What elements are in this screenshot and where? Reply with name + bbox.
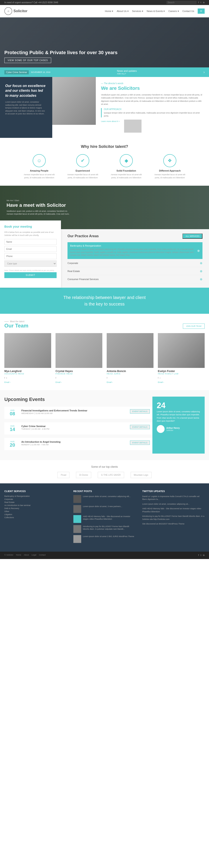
about-desc1: Vestibulum quam nisl, pretium a nibh sit…	[101, 93, 204, 106]
meet-title: Have a meet with Solicitor	[6, 203, 205, 208]
footer-post-img-4	[73, 525, 81, 533]
footer-post-3: AMD HEAD Memory fails - Site discovered …	[73, 515, 136, 523]
why-card-3: ◆ Solid Foundation Aenean imperdiet lacu…	[109, 154, 144, 179]
promo-author-name: Arthur Henry	[166, 427, 180, 429]
footer-bottom-about[interactable]: About	[24, 554, 29, 556]
footer-bottom-links: © Solicitor Home About Legal Contact	[4, 554, 46, 557]
why-title: Why hire Solicitor talent?	[4, 144, 205, 149]
crystal-email-link[interactable]: Email ›	[55, 381, 61, 383]
practice-item-4-label: Consumer Financial Services	[68, 278, 99, 280]
practice-item-2[interactable]: Corporate ⊕	[68, 259, 203, 267]
footer-link-1[interactable]: Bankruptcy & Reorganization	[4, 495, 67, 497]
mya-twitter-icon[interactable]: t	[6, 377, 7, 379]
promo-author-role: Solicitor	[166, 429, 180, 431]
footer-tweet-3: AMD HEAD Memory fails - Site discovered …	[142, 507, 205, 513]
event-info-2: Cyber Crime Seminar TUESDAY | 11:00 AM -…	[21, 425, 127, 431]
news-ticker-left: Cyber Crime Seminar NOVEMBER 16, 2016	[4, 70, 50, 74]
footer-post-text-5: Lorem ipsum dolor sit amet 2 BIG JURIS W…	[83, 535, 134, 543]
twitter-icon[interactable]: t	[201, 1, 201, 4]
footer-post-4: Introducing to pay for BILLIONS? Ferme N…	[73, 525, 136, 533]
mya-email-link[interactable]: Email ›	[4, 381, 10, 383]
events-section: Upcoming Events AUG 08 Financial Investi…	[0, 390, 209, 460]
about-left: Our focus on excellence and our clients …	[0, 77, 52, 138]
practice-item-4[interactable]: Consumer Financial Services ⊕	[68, 275, 203, 283]
director-label: — The director's words	[101, 82, 204, 85]
news-right-sub: ASK ALL?	[117, 73, 126, 75]
practice-item-3[interactable]: Real Estate ⊕	[68, 267, 203, 275]
crystal-facebook-icon[interactable]: f	[55, 377, 56, 379]
event-meta-2: TUESDAY | 11:00 AM - 4:30 PM	[21, 428, 127, 430]
footer-link-7[interactable]: Litigation	[4, 514, 67, 516]
event-details-button-1[interactable]: EVENT DETAILS	[130, 409, 150, 413]
footer-tweet-2: Lorem ipsum dolor sit amet, consetetur a…	[142, 503, 205, 506]
mya-facebook-icon[interactable]: f	[4, 377, 5, 379]
booking-case-type-select[interactable]: Case type	[4, 260, 57, 267]
facebook-icon[interactable]: f	[198, 1, 199, 4]
footer-bottom-contact[interactable]: Contact	[39, 554, 46, 556]
hero-content: Protecting Public & Private lives for ov…	[4, 50, 117, 63]
antonia-email-link[interactable]: Email ›	[107, 381, 113, 383]
team-name-evelyn: Evelyn Foster	[158, 370, 205, 373]
hero-button[interactable]: VIEW SOME OF OUR TOP CASES	[4, 58, 51, 63]
event-details-button-2[interactable]: EVENT DETAILS	[130, 425, 150, 429]
evelyn-email-link[interactable]: Email ›	[158, 381, 164, 383]
footer-bottom-legal[interactable]: Legal	[31, 554, 36, 556]
footer-link-8[interactable]: Collections	[4, 517, 67, 519]
team-card-antonia: Antonia Boncin HEAD JURIS f Email ›	[107, 333, 154, 383]
search-input[interactable]	[166, 1, 197, 4]
our-approach-box: OUR APPROACH Quisque tempor dolor sit am…	[101, 108, 204, 118]
clients-section: Some of our top clients Picad Di Donisi …	[0, 460, 209, 483]
nav-news[interactable]: News & Events ▾	[147, 10, 165, 12]
booking-submit-button[interactable]: SUBMIT	[4, 272, 57, 278]
booking-name-input[interactable]	[4, 239, 57, 245]
relationship-line2: is the key to success	[6, 301, 203, 307]
why-card-3-desc: Aenean imperdiet lacus sit amet elit por…	[109, 173, 144, 179]
why-cards: ☺ Amazing People Aenean imperdiet lacus …	[4, 154, 205, 179]
footer-col1-title: CLIENT SERVICES	[4, 490, 67, 493]
footer-link-2[interactable]: Corporate	[4, 498, 67, 500]
nav-services[interactable]: Services ▾	[132, 10, 143, 12]
event-item-3: AUG 20 An Introduction to Angel Investin…	[4, 438, 152, 450]
urgent-text: In need of urgent assistance? Call +44 (…	[4, 1, 58, 4]
booking-email-input[interactable]	[4, 246, 57, 252]
footer-link-6[interactable]: Other	[4, 510, 67, 513]
footer-link-3[interactable]: Real Estate	[4, 501, 67, 503]
footer-bottom-home[interactable]: Home	[16, 554, 21, 556]
footer-twitter-icon[interactable]: t	[201, 554, 201, 556]
why-card-2-desc: Aenean imperdiet lacus sit amet elit por…	[65, 173, 100, 179]
footer-tweet-1: David Lo' Logistic is impressive Nulla C…	[142, 495, 205, 501]
nav-about[interactable]: About Us ▾	[117, 10, 128, 12]
practice-item-1[interactable]: Bankruptcy & Reorganization Lorem ipsum …	[68, 242, 203, 259]
antonia-facebook-icon[interactable]: f	[107, 377, 107, 379]
practice-all-button[interactable]: ALL SERVICES	[182, 234, 203, 239]
booking-box: Book your meeting Fill in below form as …	[0, 220, 61, 288]
booking-phone-input[interactable]	[4, 253, 57, 259]
footer-facebook-icon[interactable]: f	[198, 554, 199, 556]
footer-link-4[interactable]: An introduction to law seminar	[4, 504, 67, 506]
team-socials-antonia: f	[107, 377, 154, 379]
nav-home[interactable]: Home ▾	[105, 10, 113, 12]
booking-practice-section: Book your meeting Fill in below form as …	[0, 229, 209, 288]
team-socials-crystal: f	[55, 377, 102, 379]
evelyn-facebook-icon[interactable]: f	[158, 377, 158, 379]
footer-link-5[interactable]: Debt & Recovery	[4, 507, 67, 509]
join-team-button[interactable]: JOIN OUR TEAM	[183, 323, 205, 329]
top-bar-right: f t in	[166, 1, 205, 4]
event-details-button-3[interactable]: EVENT DETAILS	[130, 440, 150, 445]
team-socials-mya: f t	[4, 377, 51, 379]
linkedin-icon[interactable]: in	[203, 1, 205, 4]
learn-more-link[interactable]: Learn more about it >	[101, 120, 120, 122]
footer-linkedin-icon[interactable]: in	[203, 554, 205, 556]
logo[interactable]: ⚖ Solicitor	[4, 7, 27, 15]
evelyn-instagram-icon[interactable]: i	[160, 377, 160, 379]
event-day-1: 08	[7, 411, 18, 416]
event-day-2: 14	[7, 427, 18, 432]
nav-cta-button[interactable]: R	[198, 8, 205, 14]
footer-post-img-3	[73, 515, 81, 523]
hero-section: Protecting Public & Private lives for ov…	[0, 18, 209, 67]
events-title: Upcoming Events	[4, 397, 152, 402]
team-cards: Mya Langford ACCOUNTS HEAD f t Email › C…	[4, 333, 205, 383]
nav-contact[interactable]: Contact Us	[182, 10, 194, 12]
news-arrow[interactable]: ›	[204, 70, 205, 74]
nav-careers[interactable]: Careers ▾	[168, 10, 179, 12]
